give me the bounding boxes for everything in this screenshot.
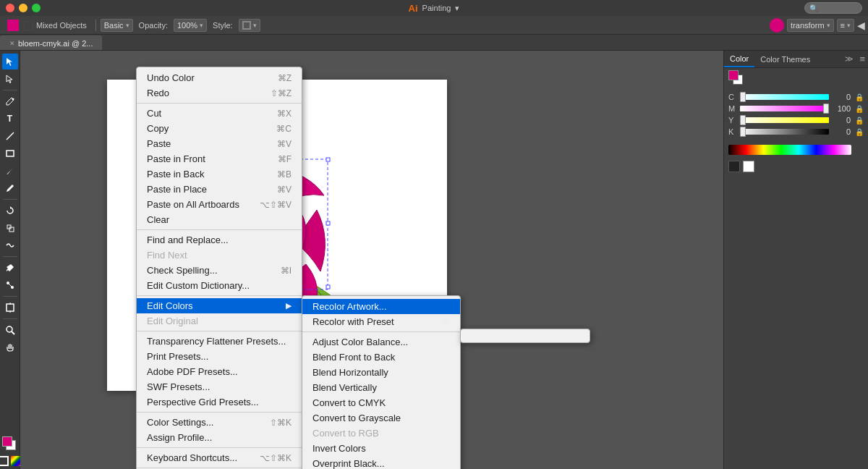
invert-label: Invert Colors	[312, 443, 366, 454]
channel-row-m: M 100 🔒	[728, 104, 864, 113]
menu-item-cut[interactable]: Cut ⌘X	[137, 106, 302, 121]
opacity-select[interactable]: 100% ▾	[174, 19, 207, 32]
selection-tool[interactable]	[2, 54, 18, 69]
panel-tab-color[interactable]: Color	[724, 51, 754, 67]
eyedropper-tool[interactable]	[2, 260, 18, 276]
fill-color-preview[interactable]	[7, 20, 19, 31]
style-control[interactable]: ▾	[239, 19, 260, 32]
color-tab-label: Color	[730, 54, 749, 63]
submenu-blend-front[interactable]: Blend Front to Back	[302, 350, 460, 365]
rectangle-tool[interactable]	[2, 145, 18, 161]
submenu-blend-vert[interactable]: Blend Vertically	[302, 380, 460, 395]
c-thumb[interactable]	[740, 92, 746, 102]
color-boxes[interactable]	[2, 436, 18, 452]
rotate-tool[interactable]	[2, 203, 18, 219]
menu-item-paste[interactable]: Paste ⌘V	[137, 136, 302, 151]
menu-item-spell[interactable]: Check Spelling... ⌘I	[137, 263, 302, 278]
artboard-tool[interactable]	[2, 300, 18, 316]
zoom-tool[interactable]	[2, 322, 18, 338]
blend-front-label: Blend Front to Back	[312, 352, 395, 363]
y-lock-icon: 🔒	[855, 117, 864, 124]
scale-tool[interactable]	[2, 220, 18, 236]
style-select[interactable]: Basic ▾	[101, 19, 133, 32]
menu-item-copy[interactable]: Copy ⌘C	[137, 121, 302, 136]
submenu-overprint[interactable]: Overprint Black...	[302, 456, 460, 469]
y-slider-track[interactable]	[740, 117, 829, 123]
hand-tool[interactable]	[2, 339, 18, 355]
submenu-convert-rgb[interactable]: Convert to RGB	[302, 426, 460, 441]
menu-item-pdf[interactable]: Adobe PDF Presets...	[137, 364, 302, 379]
perspective-label: Perspective Grid Presets...	[147, 397, 259, 407]
warp-tool[interactable]	[2, 237, 18, 253]
menu-item-edit-original[interactable]: Edit Original	[137, 313, 302, 329]
direct-selection-tool[interactable]	[2, 71, 18, 87]
tab-close-icon[interactable]: ✕	[9, 40, 15, 47]
stroke-indicator[interactable]	[0, 456, 9, 466]
line-tool[interactable]	[2, 128, 18, 144]
blend-tool[interactable]	[2, 277, 18, 293]
opacity-value: 100%	[177, 21, 197, 30]
menu-item-paste-back[interactable]: Paste in Back ⌘B	[137, 166, 302, 182]
pencil-tool[interactable]	[2, 180, 18, 196]
black-swatch[interactable]	[728, 161, 740, 172]
transform-select[interactable]: transform ▾	[787, 19, 833, 32]
menu-item-find[interactable]: Find and Replace...	[137, 232, 302, 248]
menu-item-undo[interactable]: Undo Color ⌘Z	[137, 70, 302, 85]
submenu-recolor-preset[interactable]: Recolor with Preset	[302, 314, 460, 329]
menu-item-print[interactable]: Print Presets...	[137, 349, 302, 364]
menu-item-redo[interactable]: Redo ⇧⌘Z	[137, 85, 302, 101]
menu-item-keyboard[interactable]: Keyboard Shortcuts... ⌥⇧⌘K	[137, 450, 302, 465]
left-toolbar: T	[0, 51, 20, 469]
k-slider-track[interactable]	[740, 129, 829, 135]
menu-item-edit-colors[interactable]: Edit Colors Recolor Artwork... Recolor w…	[137, 298, 302, 313]
panel-toggle[interactable]: ◀	[857, 20, 865, 31]
recolor-preset-arrow	[444, 317, 450, 326]
document-tab[interactable]: ✕ bloem-cmyk.ai @ 2...	[0, 35, 102, 50]
menu-item-assign-profile[interactable]: Assign Profile...	[137, 430, 302, 445]
panel-expand-icon[interactable]: ≫	[842, 51, 856, 67]
y-thumb[interactable]	[740, 115, 746, 125]
white-swatch[interactable]	[743, 161, 754, 172]
workspace-chevron: ▾	[455, 4, 459, 13]
tool-separator-2	[3, 199, 17, 200]
c-slider-track[interactable]	[740, 94, 829, 100]
submenu-convert-cmyk[interactable]: Convert to CMYK	[302, 395, 460, 410]
menu-item-custom-dict[interactable]: Edit Custom Dictionary...	[137, 278, 302, 293]
menu-item-paste-all[interactable]: Paste on All Artboards ⌥⇧⌘V	[137, 197, 302, 212]
submenu-adjust-color[interactable]: Adjust Color Balance...	[302, 334, 460, 350]
color-themes-tab-label: Color Themes	[760, 55, 810, 64]
submenu-blend-horiz[interactable]: Blend Horizontally	[302, 365, 460, 380]
m-thumb[interactable]	[823, 103, 829, 114]
search-box[interactable]: 🔍	[804, 2, 862, 14]
menu-item-paste-front[interactable]: Paste in Front ⌘F	[137, 151, 302, 166]
menu-item-transparency[interactable]: Transparency Flattener Presets...	[137, 334, 302, 349]
maximize-button[interactable]	[32, 4, 41, 12]
menu-item-find-next[interactable]: Find Next	[137, 248, 302, 263]
menu-item-paste-place[interactable]: Paste in Place ⌘V	[137, 182, 302, 197]
panel-tab-color-themes[interactable]: Color Themes	[754, 52, 816, 67]
panel-menu-icon[interactable]: ≡	[856, 51, 868, 67]
pen-tool[interactable]	[2, 93, 18, 109]
fill-box[interactable]	[2, 436, 12, 447]
menu-item-clear[interactable]: Clear	[137, 212, 302, 227]
fill-swatch[interactable]	[728, 70, 739, 80]
m-slider-track[interactable]	[740, 106, 829, 111]
submenu-recolor-artwork[interactable]: Recolor Artwork...	[302, 299, 460, 314]
type-tool[interactable]: T	[2, 111, 18, 127]
minimize-button[interactable]	[19, 4, 27, 12]
svg-rect-27	[326, 221, 330, 225]
gradient-indicator[interactable]	[11, 456, 21, 466]
color-spectrum[interactable]	[728, 145, 851, 155]
submenu-convert-gray[interactable]: Convert to Grayscale	[302, 410, 460, 426]
close-button[interactable]	[6, 4, 14, 12]
paintbrush-tool[interactable]	[2, 163, 18, 179]
k-thumb[interactable]	[740, 127, 746, 137]
submenu-invert[interactable]: Invert Colors	[302, 441, 460, 456]
menu-item-swf[interactable]: SWF Presets...	[137, 379, 302, 394]
menu-item-perspective[interactable]: Perspective Grid Presets...	[137, 394, 302, 410]
edit-menu: Undo Color ⌘Z Redo ⇧⌘Z Cut ⌘X Copy ⌘C Pa…	[136, 67, 302, 469]
find-label: Find and Replace...	[147, 234, 229, 245]
arrange-select[interactable]: ≡ ▾	[837, 19, 854, 32]
menu-item-color-settings[interactable]: Color Settings... ⇧⌘K	[137, 415, 302, 430]
tab-label: bloem-cmyk.ai @ 2...	[18, 39, 93, 48]
